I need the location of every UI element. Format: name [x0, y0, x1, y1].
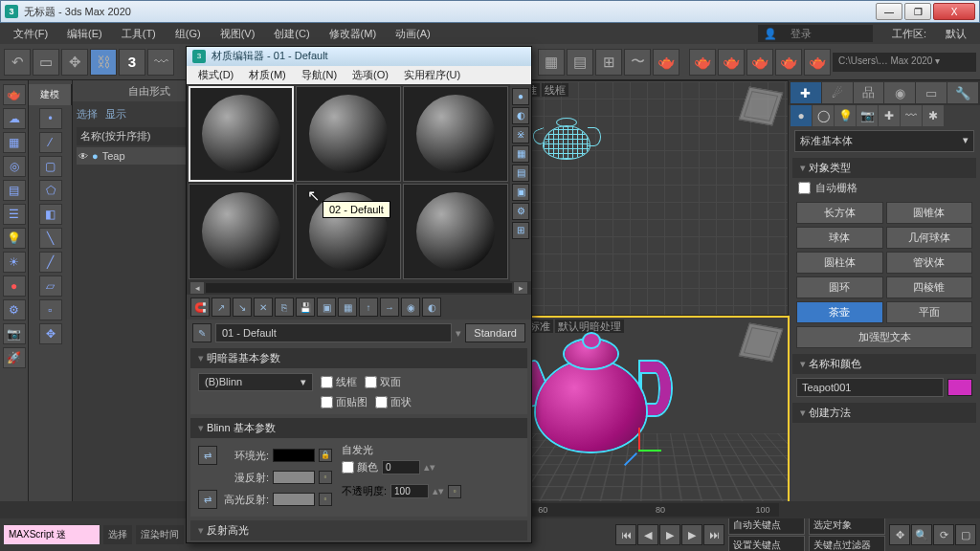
opacity-map-icon[interactable]: ▫ [448, 485, 461, 498]
rollout-name[interactable]: 名称和颜色 [792, 354, 976, 374]
axis-x-icon[interactable] [638, 428, 640, 451]
btn-sphere[interactable]: 球体 [796, 227, 883, 249]
rollout-objtype[interactable]: 对象类型 [792, 158, 976, 178]
login-field[interactable]: 👤 登录 [758, 25, 873, 42]
mt-get-icon[interactable]: 🧲 [190, 298, 210, 317]
ms-uv-icon[interactable]: ▤ [512, 165, 529, 182]
v2-move-icon[interactable]: ✥ [39, 323, 62, 344]
v2-poly-icon[interactable]: ⬠ [39, 180, 62, 201]
nav-zoom-icon[interactable]: 🔍 [911, 524, 932, 545]
goto-end-icon[interactable]: ⏭ [703, 524, 724, 545]
workspace-value[interactable]: 默认 [936, 24, 976, 44]
mat-type-button[interactable]: Standard [465, 323, 525, 342]
nav-orbit-icon[interactable]: ⟳ [933, 524, 954, 545]
v2-line-icon[interactable]: ∕ [39, 132, 62, 153]
chk-selfillum[interactable] [342, 461, 354, 474]
tool-teapot5-icon[interactable]: 🫖 [804, 49, 831, 76]
chk-wire[interactable] [321, 376, 333, 388]
goto-start-icon[interactable]: ⏮ [615, 524, 636, 545]
rollout-blinn[interactable]: Blinn 基本参数 [190, 418, 527, 438]
diffuse-map-icon[interactable]: ▫ [319, 471, 332, 484]
btn-textplus[interactable]: 加强型文本 [796, 326, 972, 348]
play-icon[interactable]: ▶ [659, 524, 680, 545]
mat-menu-material[interactable]: 材质(M) [241, 66, 294, 84]
subtab-geom-icon[interactable]: ● [791, 105, 812, 126]
menu-tools[interactable]: 工具(T) [112, 24, 166, 44]
subtab-space-icon[interactable]: 〰 [901, 105, 922, 126]
menu-anim[interactable]: 动画(A) [386, 24, 440, 44]
mat-slot-4[interactable] [189, 184, 294, 279]
ms-light-icon[interactable]: ※ [512, 126, 529, 143]
menu-group[interactable]: 组(G) [166, 24, 211, 44]
mt-clone-icon[interactable]: ⎘ [275, 298, 294, 317]
tool-three[interactable]: 3 [119, 49, 145, 76]
vtool-layers-icon[interactable]: ☰ [3, 204, 26, 225]
material-editor-window[interactable]: 3 材质编辑器 - 01 - Default 模式(D) 材质(M) 导航(N)… [186, 46, 532, 543]
btn-cone[interactable]: 圆锥体 [886, 202, 973, 224]
vp-tr-shade[interactable]: 线框 [542, 83, 568, 97]
ms-opt-icon[interactable]: ⚙ [512, 203, 529, 220]
scene-select-tab[interactable]: 选择 [77, 107, 98, 121]
vtool-sun-icon[interactable]: ☀ [3, 252, 26, 273]
viewcube-icon-2[interactable] [739, 322, 784, 362]
ms-bg-icon[interactable]: ▦ [512, 145, 529, 163]
vtool-gear-icon[interactable]: ⚙ [3, 299, 26, 320]
object-name-field[interactable]: Teapot001 [796, 378, 944, 397]
chk-faceted[interactable] [375, 396, 388, 408]
mt-show-icon[interactable]: ▣ [317, 298, 336, 317]
btn-torus[interactable]: 圆环 [796, 276, 883, 298]
mt-save-icon[interactable]: 💾 [296, 298, 315, 317]
menu-file[interactable]: 文件(F) [4, 24, 57, 44]
btn-pyramid[interactable]: 四棱锥 [886, 276, 973, 298]
tool-teapot1-icon[interactable]: 🫖 [689, 49, 716, 76]
opacity-spinner[interactable] [390, 484, 429, 498]
mat-slot-1[interactable] [189, 86, 294, 182]
cmdtab-hierarchy-icon[interactable]: 品 [854, 82, 884, 103]
axis-y-icon[interactable] [638, 450, 661, 452]
nav-max-icon[interactable]: ▢ [955, 524, 976, 545]
mat-menu-util[interactable]: 实用程序(U) [396, 66, 468, 84]
mt-reset-icon[interactable]: ✕ [254, 298, 273, 317]
minimize-button[interactable]: — [876, 3, 902, 20]
teapot-wireframe[interactable] [536, 118, 597, 160]
vtool-record-icon[interactable]: ● [3, 276, 26, 297]
mat-titlebar[interactable]: 3 材质编辑器 - 01 - Default [187, 47, 531, 66]
vp-br-shade[interactable]: 默认明暗处理 [555, 320, 624, 333]
mat-dropper-icon[interactable]: ✎ [192, 323, 212, 342]
spec-map-icon[interactable]: ▫ [319, 493, 332, 506]
tool-wave-icon[interactable]: 〜 [624, 49, 651, 76]
mt-mtl-icon[interactable]: ◐ [422, 298, 441, 317]
rollout-shader[interactable]: 明暗器基本参数 [190, 348, 527, 368]
ms-sample-icon[interactable]: ● [512, 88, 529, 105]
axis-z-icon[interactable] [623, 452, 636, 465]
mat-menu-opt[interactable]: 选项(O) [345, 66, 396, 84]
tab-modeling[interactable]: 建模 [29, 84, 72, 105]
tool-curve-icon[interactable]: 〰 [147, 49, 174, 76]
btn-teapot[interactable]: 茶壶 [796, 301, 883, 323]
tool-teapot4-icon[interactable]: 🫖 [775, 49, 802, 76]
tool-grid-icon[interactable]: ▦ [538, 49, 565, 76]
mat-menu-nav[interactable]: 导航(N) [294, 66, 345, 84]
close-button[interactable]: X [933, 3, 975, 20]
scroll-right-icon[interactable]: ▸ [514, 282, 527, 294]
vtool-swatch-icon[interactable]: ▦ [3, 132, 26, 153]
btn-box[interactable]: 长方体 [796, 202, 883, 224]
mt-assign-icon[interactable]: ↘ [233, 298, 252, 317]
project-path[interactable]: C:\Users\… Max 2020 ▾ [833, 53, 976, 72]
vtool-camera-icon[interactable]: 📷 [3, 323, 26, 344]
cmdtab-modify-icon[interactable]: ☄ [822, 82, 853, 103]
specular-swatch[interactable] [273, 493, 315, 506]
menu-modifier[interactable]: 修改器(M) [320, 24, 387, 44]
tool-move-icon[interactable]: ✥ [61, 49, 88, 76]
cmdtab-display-icon[interactable]: ▭ [916, 82, 947, 103]
spec-lock-icon[interactable]: ⇄ [198, 490, 217, 509]
btn-plane[interactable]: 平面 [886, 301, 973, 323]
subtab-sys-icon[interactable]: ✱ [923, 105, 944, 126]
menu-edit[interactable]: 编辑(E) [57, 24, 112, 44]
tool-teapot3-icon[interactable]: 🫖 [746, 49, 773, 76]
v2-diag2-icon[interactable]: ╱ [39, 252, 62, 273]
scene-display-tab[interactable]: 显示 [105, 107, 126, 121]
ms-3x2-icon[interactable]: ⊞ [512, 222, 529, 239]
v2-blank-icon[interactable]: ▫ [39, 299, 62, 320]
viewport-top-right[interactable]: 标准线框 [508, 80, 790, 316]
